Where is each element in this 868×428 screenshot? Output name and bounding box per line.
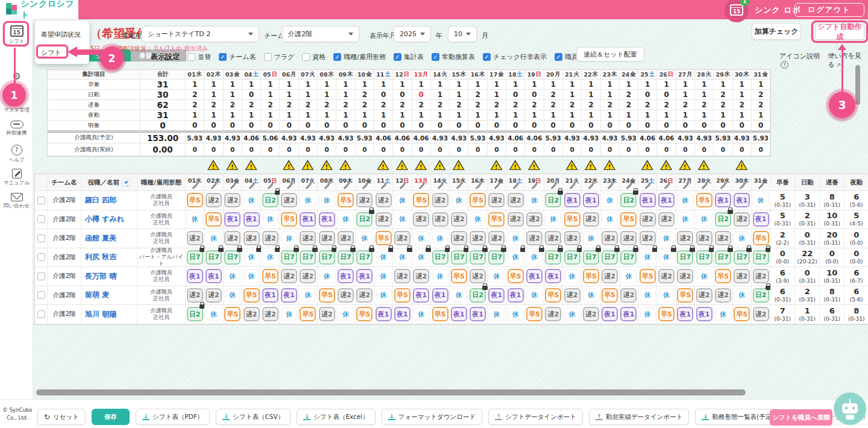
logout-button[interactable]: ログアウト xyxy=(794,3,864,17)
month-select[interactable]: 10 xyxy=(448,26,477,42)
shift-chip[interactable]: 早5 xyxy=(413,193,429,207)
shift-chip[interactable]: 休 xyxy=(300,288,316,303)
shift-chip[interactable]: 休 xyxy=(526,193,542,207)
shift-chip[interactable]: 遅2 xyxy=(300,231,316,245)
shift-chip[interactable]: 早5 xyxy=(262,269,278,283)
staff-day-header[interactable]: 28火 xyxy=(695,174,714,191)
footer-button[interactable]: ↑シフトデータインポート xyxy=(488,409,583,425)
shift-chip[interactable]: 休 xyxy=(413,307,429,321)
staff-name-link[interactable]: 羅臼 四郎 xyxy=(81,191,137,210)
shift-chip[interactable]: 日7 xyxy=(488,250,505,265)
shift-chip[interactable]: 遅2 xyxy=(583,307,599,321)
robot-avatar[interactable] xyxy=(834,392,866,425)
team-select[interactable]: 介護2階 xyxy=(282,26,359,42)
shift-chip[interactable]: 休 xyxy=(394,193,410,207)
shift-chip[interactable]: 休 xyxy=(224,269,241,283)
shift-chip[interactable]: 早5 xyxy=(244,288,260,303)
shift-chip[interactable]: 遅2 xyxy=(451,231,467,245)
shift-chip[interactable]: 夜1 xyxy=(545,269,561,283)
staff-day-header[interactable]: 12日 xyxy=(393,174,412,191)
shift-chip[interactable]: 遅2 xyxy=(300,269,316,283)
shift-chip[interactable]: 休 xyxy=(187,212,203,227)
shift-chip[interactable]: 遅2 xyxy=(526,212,542,227)
warning-icon[interactable]: ! xyxy=(339,160,351,170)
shift-chip[interactable]: 早5 xyxy=(206,212,222,227)
shift-chip[interactable]: 休 xyxy=(224,288,241,303)
shift-chip[interactable]: 夜1 xyxy=(640,193,656,207)
shift-chip[interactable]: 夜1 xyxy=(338,269,354,283)
display-checkbox-item[interactable]: ✓チーム名 xyxy=(219,52,256,61)
shift-chip[interactable]: 休 xyxy=(281,307,297,321)
staff-day-header[interactable]: 06月 xyxy=(280,174,298,191)
shift-chip[interactable]: 休 xyxy=(658,250,675,265)
warning-icon[interactable]: ! xyxy=(528,160,540,170)
shift-chip[interactable]: 休 xyxy=(470,212,486,227)
staff-name-link[interactable]: 旭川 朝陽 xyxy=(81,305,137,324)
shift-chip[interactable]: 遅2 xyxy=(564,288,580,303)
shift-chip[interactable]: 休 xyxy=(394,212,410,227)
pencil-icon[interactable] xyxy=(418,184,424,189)
shift-chip[interactable]: 日7 xyxy=(602,250,618,265)
shift-chip[interactable]: 日7 xyxy=(677,250,693,265)
shift-chip[interactable]: 早5 xyxy=(564,212,580,227)
shift-chip[interactable]: 休 xyxy=(394,250,410,265)
shift-chip[interactable]: 日7 xyxy=(319,250,335,265)
shift-chip[interactable]: 早5 xyxy=(583,269,599,283)
shift-chip[interactable]: 遅2 xyxy=(508,193,524,207)
shift-chip[interactable]: 夜1 xyxy=(432,288,448,303)
shift-chip[interactable]: 遅2 xyxy=(488,231,505,245)
shift-chip[interactable]: 休 xyxy=(206,231,222,245)
shift-chip[interactable]: 日7 xyxy=(583,250,599,265)
warning-icon[interactable]: ! xyxy=(245,160,257,170)
footer-button[interactable]: ↓シフト表（PDF） xyxy=(136,409,210,425)
display-checkbox-item[interactable]: 並替 xyxy=(187,52,211,61)
shift-chip[interactable]: 休 xyxy=(658,231,675,245)
shift-chip[interactable]: 遅2 xyxy=(206,288,222,303)
shift-chip[interactable]: 休 xyxy=(413,250,429,265)
shift-chip[interactable]: 休 xyxy=(658,288,675,303)
shift-chip[interactable]: 休 xyxy=(319,193,335,207)
staff-day-header[interactable]: 16木 xyxy=(468,174,487,191)
shift-chip[interactable]: 早5 xyxy=(734,307,750,321)
pencil-icon[interactable] xyxy=(381,184,386,189)
shift-chip[interactable]: 早5 xyxy=(488,212,505,227)
staff-day-header[interactable]: 10金 xyxy=(356,174,374,191)
warning-icon[interactable]: ! xyxy=(434,160,446,170)
pencil-icon[interactable] xyxy=(475,184,480,189)
shift-chip[interactable]: 遅2 xyxy=(244,307,260,321)
shift-chip[interactable]: 夜1 xyxy=(620,307,637,321)
shift-chip[interactable]: 遅2 xyxy=(753,269,769,283)
shift-chip[interactable]: 休 xyxy=(564,307,580,321)
shift-chip[interactable]: 日2 xyxy=(470,288,486,303)
shift-chip[interactable]: 早5 xyxy=(338,193,354,207)
shift-chip[interactable]: 遅2 xyxy=(602,231,618,245)
shift-chip[interactable]: 日2 xyxy=(620,193,637,207)
shift-chip[interactable]: 遅2 xyxy=(526,231,542,245)
shift-chip[interactable]: 日7 xyxy=(715,250,731,265)
footer-button[interactable]: ↓フォーマットダウンロード xyxy=(382,409,482,425)
warning-icon[interactable]: ! xyxy=(603,160,615,170)
shift-chip[interactable]: 休 xyxy=(564,269,580,283)
sidebar-item-manual[interactable]: マニュアル xyxy=(0,169,33,187)
sidebar-item-help[interactable]: ? ヘルプ xyxy=(0,145,33,164)
shift-chip[interactable]: 休 xyxy=(583,288,599,303)
shift-chip[interactable]: 早5 xyxy=(451,269,467,283)
shift-chip[interactable]: 休 xyxy=(451,193,467,207)
row-checkbox[interactable] xyxy=(37,197,45,204)
shift-chip[interactable]: 休 xyxy=(376,288,392,303)
staff-day-header[interactable]: 19日 xyxy=(525,174,544,191)
shift-chip[interactable]: 休 xyxy=(432,269,448,283)
shift-chip[interactable]: 日7 xyxy=(432,250,448,265)
shift-chip[interactable]: 遅2 xyxy=(394,231,410,245)
staff-day-header[interactable]: 08水 xyxy=(318,174,336,191)
staff-day-header[interactable]: 30木 xyxy=(733,174,752,191)
pencil-icon[interactable] xyxy=(702,184,707,189)
shift-chip[interactable]: 遅2 xyxy=(376,193,392,207)
staff-name-link[interactable]: 長万部 晴 xyxy=(81,267,137,286)
shift-chip[interactable]: 日2 xyxy=(356,212,373,227)
shift-chip[interactable]: 休 xyxy=(376,250,392,265)
pencil-icon[interactable] xyxy=(758,184,764,189)
shift-chip[interactable]: 休 xyxy=(281,231,297,245)
shift-chip[interactable]: 休 xyxy=(696,212,712,227)
shift-chip[interactable]: 早5 xyxy=(640,269,656,283)
